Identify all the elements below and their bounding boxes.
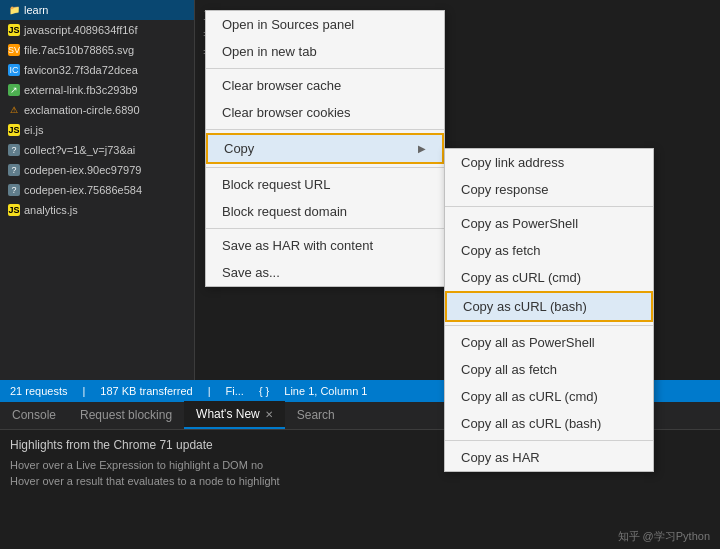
menu-item-block-domain[interactable]: Block request domain [206,198,444,225]
submenu-item-copy-powershell[interactable]: Copy as PowerShell [445,210,653,237]
separator: | [82,385,85,397]
list-item[interactable]: ⚠ exclamation-circle.6890 [0,100,194,120]
tab-whats-new[interactable]: What's New ✕ [184,401,285,429]
copy-submenu: Copy link address Copy response Copy as … [444,148,654,472]
menu-item-clear-cookies[interactable]: Clear browser cookies [206,99,444,126]
ext-icon: ↗ [8,84,20,96]
menu-separator [206,228,444,229]
exclamation-icon: ⚠ [8,104,20,116]
menu-separator [206,68,444,69]
menu-item-open-tab[interactable]: Open in new tab [206,38,444,65]
separator: { } [259,385,269,397]
menu-separator [206,129,444,130]
submenu-item-copy-all-curl-bash[interactable]: Copy all as cURL (bash) [445,410,653,437]
watermark: 知乎 @学习Python [618,529,710,544]
ico-icon: IC [8,64,20,76]
list-item[interactable]: JS javascript.4089634ff16f [0,20,194,40]
submenu-item-copy-all-fetch[interactable]: Copy all as fetch [445,356,653,383]
submenu-item-copy-all-powershell[interactable]: Copy all as PowerShell [445,329,653,356]
list-item[interactable]: 📁 learn [0,0,194,20]
submenu-item-copy-response[interactable]: Copy response [445,176,653,203]
fi-label: Fi... [226,385,244,397]
list-item[interactable]: SV file.7ac510b78865.svg [0,40,194,60]
tab-close-icon[interactable]: ✕ [265,409,273,420]
submenu-separator [445,206,653,207]
submenu-item-copy-all-curl-cmd[interactable]: Copy all as cURL (cmd) [445,383,653,410]
list-item[interactable]: ? codepen-iex.90ec97979 [0,160,194,180]
svg-icon: SV [8,44,20,56]
folder-icon: 📁 [8,4,20,16]
submenu-item-copy-curl-bash[interactable]: Copy as cURL (bash) [445,291,653,322]
transferred-size: 187 KB transferred [100,385,192,397]
doc-icon: ? [8,164,20,176]
js-icon: JS [8,124,20,136]
list-item[interactable]: ? codepen-iex.75686e584 [0,180,194,200]
list-item[interactable]: JS analytics.js [0,200,194,220]
doc-icon: ? [8,144,20,156]
menu-separator [206,167,444,168]
line-col: Line 1, Column 1 [284,385,367,397]
list-item[interactable]: JS ei.js [0,120,194,140]
chevron-right-icon: ▶ [418,143,426,154]
tab-request-blocking[interactable]: Request blocking [68,401,184,429]
submenu-separator [445,440,653,441]
menu-item-copy[interactable]: Copy ▶ [206,133,444,164]
menu-item-save-as[interactable]: Save as... [206,259,444,286]
doc-icon: ? [8,184,20,196]
submenu-separator [445,325,653,326]
submenu-item-copy-curl-cmd[interactable]: Copy as cURL (cmd) [445,264,653,291]
tab-console[interactable]: Console [0,401,68,429]
context-menu: Open in Sources panel Open in new tab Cl… [205,10,445,287]
menu-item-save-har[interactable]: Save as HAR with content [206,232,444,259]
menu-item-clear-cache[interactable]: Clear browser cache [206,72,444,99]
submenu-item-copy-link[interactable]: Copy link address [445,149,653,176]
list-item[interactable]: ↗ external-link.fb3c293b9 [0,80,194,100]
menu-item-open-sources[interactable]: Open in Sources panel [206,11,444,38]
list-item[interactable]: IC favicon32.7f3da72dcea [0,60,194,80]
highlight-desc-2: Hover over a result that evaluates to a … [10,473,710,489]
separator: | [208,385,211,397]
network-requests-panel: 📁 learn JS javascript.4089634ff16f SV fi… [0,0,195,380]
tab-search[interactable]: Search [285,401,347,429]
js-icon: JS [8,24,20,36]
js-icon: JS [8,204,20,216]
submenu-item-copy-har[interactable]: Copy as HAR [445,444,653,471]
list-item[interactable]: ? collect?v=1&_v=j73&ai [0,140,194,160]
requests-count: 21 requests [10,385,67,397]
menu-item-block-url[interactable]: Block request URL [206,171,444,198]
submenu-item-copy-fetch[interactable]: Copy as fetch [445,237,653,264]
